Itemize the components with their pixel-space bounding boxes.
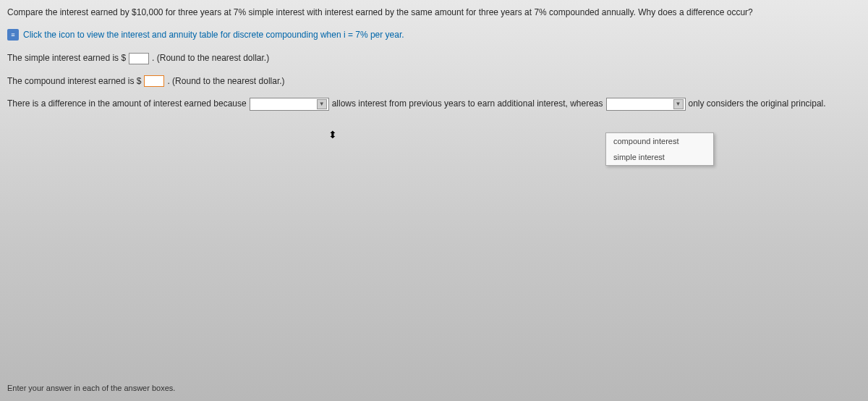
diff-mid: allows interest from previous years to e… <box>332 96 603 112</box>
dropdown-reason-1[interactable]: ▼ <box>250 98 329 111</box>
chevron-down-icon: ▼ <box>673 99 684 109</box>
simple-suffix: . (Round to the nearest dollar.) <box>152 51 269 67</box>
diff-suffix: only considers the original principal. <box>689 96 826 112</box>
table-link-row[interactable]: ≡ Click the icon to view the interest an… <box>7 29 861 41</box>
simple-interest-line: The simple interest earned is $ . (Round… <box>7 51 861 67</box>
compound-suffix: . (Round to the nearest dollar.) <box>167 74 284 90</box>
dropdown-menu: compound interest simple interest <box>605 132 714 166</box>
dropdown-option-simple[interactable]: simple interest <box>606 149 713 165</box>
cursor-icon: ⬍ <box>328 129 337 140</box>
difference-line: There is a difference in the amount of i… <box>7 96 861 112</box>
compound-interest-input[interactable] <box>144 75 164 87</box>
dropdown-reason-2[interactable]: ▼ <box>606 98 686 111</box>
diff-prefix: There is a difference in the amount of i… <box>7 96 247 112</box>
simple-prefix: The simple interest earned is $ <box>7 51 126 67</box>
compound-interest-line: The compound interest earned is $ . (Rou… <box>7 74 861 90</box>
table-icon[interactable]: ≡ <box>7 29 19 41</box>
compound-prefix: The compound interest earned is $ <box>7 74 141 90</box>
question-prompt: Compare the interest earned by $10,000 f… <box>7 6 861 19</box>
footer-instruction: Enter your answer in each of the answer … <box>7 384 175 392</box>
chevron-down-icon: ▼ <box>317 99 327 109</box>
simple-interest-input[interactable] <box>129 53 149 64</box>
dropdown-option-compound[interactable]: compound interest <box>606 133 713 149</box>
table-link-text[interactable]: Click the icon to view the interest and … <box>23 30 404 40</box>
